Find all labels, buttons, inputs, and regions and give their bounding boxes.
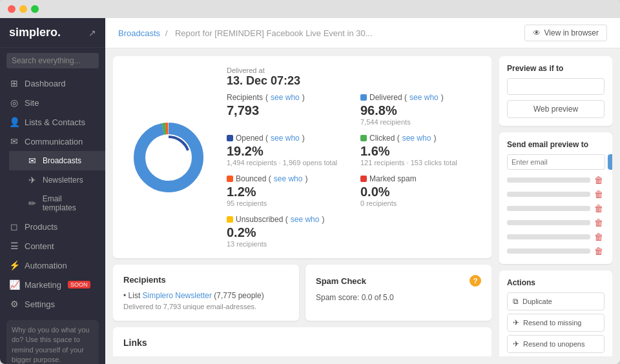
delivered-label: Delivered at: [227, 66, 481, 74]
email-list-item: 🗑: [507, 175, 604, 185]
sidebar-item-label: Site: [25, 98, 39, 108]
resend-missing-button[interactable]: ✈ Resend to missing: [507, 314, 604, 332]
sidebar-bottom: Why do you do what you do? Use this spac…: [0, 314, 105, 364]
delivered-stat: Delivered (see who) 96.8% 7,544 recipien…: [360, 93, 481, 126]
email-list-item: 🗑: [507, 203, 604, 214]
sidebar-item-label: Settings: [25, 299, 55, 309]
spam-header: Spam Check ?: [316, 275, 481, 287]
email-placeholder: [507, 206, 590, 211]
external-link-icon[interactable]: ↗: [88, 28, 96, 38]
sidebar-item-site[interactable]: ◎ Site: [0, 93, 105, 112]
sidebar-item-content[interactable]: ☰ Content: [0, 236, 105, 256]
sidebar-item-communication[interactable]: ✉ Communication: [0, 132, 105, 151]
sidebar-item-broadcasts[interactable]: ✉ Broadcasts: [9, 151, 105, 170]
unsub-pct: 0.2%: [227, 225, 347, 240]
resend-unopens-button[interactable]: ✈ Resend to unopens: [507, 335, 604, 353]
sidebar-item-label: Content: [25, 241, 54, 251]
unsub-label: Unsubscribed (see who): [227, 215, 347, 224]
sidebar-item-label: Lists & Contacts: [25, 117, 85, 127]
search-input[interactable]: [6, 53, 99, 68]
list-link[interactable]: Simplero Newsletter: [143, 291, 212, 300]
send-preview-title: Send email preview to: [507, 140, 604, 149]
view-in-browser-button[interactable]: 👁 View in browser: [524, 25, 607, 41]
delivered-stat-label: Delivered (see who): [360, 93, 481, 102]
sidebar-item-automation[interactable]: ⚡ Automation: [0, 256, 105, 275]
titlebar: [0, 0, 620, 18]
page-title: Report for [REMINDER] Facebook Live Even…: [175, 28, 373, 38]
delivered-see-who[interactable]: see who: [409, 93, 439, 102]
maximize-btn[interactable]: [31, 5, 39, 13]
sidebar-search-container: [0, 48, 105, 74]
unsub-see-who[interactable]: see who: [291, 215, 320, 224]
main-content: Broadcasts / Report for [REMINDER] Faceb…: [105, 18, 620, 364]
breadcrumb-separator: /: [165, 28, 168, 38]
delivered-sub: 7,544 recipients: [360, 118, 481, 126]
preview-email-input[interactable]: [507, 154, 605, 170]
sidebar-item-products[interactable]: ◻ Products: [0, 217, 105, 236]
sidebar-item-label: Communication: [25, 137, 83, 147]
links-title: Links: [123, 338, 481, 348]
bounced-see-who[interactable]: see who: [274, 174, 303, 183]
preview-select[interactable]: [507, 78, 604, 95]
sidebar-item-settings[interactable]: ⚙ Settings: [0, 294, 105, 314]
spam-label: Marked spam: [360, 174, 481, 183]
email-placeholder: [507, 248, 590, 254]
header: Broadcasts / Report for [REMINDER] Faceb…: [105, 18, 620, 48]
sidebar-item-lists[interactable]: 👤 Lists & Contacts: [0, 112, 105, 132]
recipients-label: Recipients (see who): [227, 93, 347, 102]
sidebar-item-dashboard[interactable]: ⊞ Dashboard: [0, 74, 105, 93]
delete-email-btn[interactable]: 🗑: [593, 175, 604, 185]
minimize-btn[interactable]: [19, 5, 27, 13]
recipients-list: • List Simplero Newsletter (7,775 people…: [123, 291, 289, 300]
breadcrumb-link[interactable]: Broadcasts: [118, 28, 160, 38]
delete-email-btn[interactable]: 🗑: [593, 246, 604, 256]
recipients-spam-row: Recipients • List Simplero Newsletter (7…: [113, 265, 491, 321]
site-icon: ◎: [9, 97, 19, 108]
settings-icon: ⚙: [9, 299, 19, 309]
clicked-dot: [360, 135, 367, 141]
recipients-stat: Recipients (see who) 7,793: [227, 93, 347, 126]
links-card: Links LINK RESULT EXPIRE UNIQUE CLICKS: [113, 327, 491, 356]
bounced-stat: Bounced (see who) 1.2% 95 recipients: [227, 174, 347, 207]
spam-score: Spam score: 0.0 of 5.0: [316, 293, 481, 302]
app-window: simplero. ↗ ⊞ Dashboard ◎ Site 👤 Lists &…: [0, 0, 620, 364]
spam-info-icon[interactable]: ?: [470, 275, 481, 287]
unsub-dot: [227, 216, 233, 223]
spam-sub: 0 recipients: [360, 199, 481, 207]
clicked-pct: 1.6%: [360, 144, 481, 159]
close-btn[interactable]: [8, 5, 16, 13]
opened-see-who[interactable]: see who: [271, 134, 300, 143]
resend-missing-icon: ✈: [513, 318, 519, 327]
marketing-icon: 📈: [9, 279, 19, 290]
duplicate-button[interactable]: ⧉ Duplicate: [507, 292, 604, 310]
list-label: List: [129, 291, 141, 300]
sidebar-item-label: Products: [25, 222, 57, 232]
delete-email-btn[interactable]: 🗑: [593, 232, 604, 242]
svg-point-4: [148, 137, 189, 178]
delete-email-btn[interactable]: 🗑: [593, 189, 604, 199]
clicked-see-who[interactable]: see who: [402, 134, 431, 143]
send-preview-button[interactable]: Send: [608, 154, 612, 170]
sidebar-item-newsletters[interactable]: ✈ Newsletters: [9, 170, 105, 190]
content-icon: ☰: [9, 241, 19, 251]
sidebar-item-marketing[interactable]: 📈 Marketing SOON: [0, 275, 105, 294]
delete-email-btn[interactable]: 🗑: [593, 217, 604, 228]
opened-pct: 19.2%: [227, 144, 347, 159]
email-list: 🗑 🗑 🗑 🗑: [507, 175, 604, 256]
col-unique: UNIQUE: [406, 356, 444, 356]
sidebar-item-email-templates[interactable]: ✏ Email templates: [9, 190, 105, 217]
sidebar-sub-communication: ✉ Broadcasts ✈ Newsletters ✏ Email templ…: [0, 151, 105, 217]
sidebar: simplero. ↗ ⊞ Dashboard ◎ Site 👤 Lists &…: [0, 18, 105, 364]
recipients-see-who-link[interactable]: see who: [271, 93, 300, 102]
web-preview-button[interactable]: Web preview: [507, 100, 604, 118]
col-link: LINK: [123, 356, 280, 356]
col-result: RESULT: [325, 356, 367, 356]
sidebar-logo: simplero. ↗: [0, 18, 105, 48]
opened-sub: 1,494 recipients · 1,969 opens total: [227, 159, 347, 167]
content-area: Delivered at 13. Dec 07:23 Recipients (s…: [105, 48, 620, 364]
broadcasts-icon: ✉: [27, 156, 37, 166]
spam-stat: Marked spam 0.0% 0 recipients: [360, 174, 481, 207]
delete-email-btn[interactable]: 🗑: [593, 203, 604, 214]
delivered-dot: [360, 94, 367, 101]
breadcrumb: Broadcasts / Report for [REMINDER] Faceb…: [118, 28, 375, 38]
